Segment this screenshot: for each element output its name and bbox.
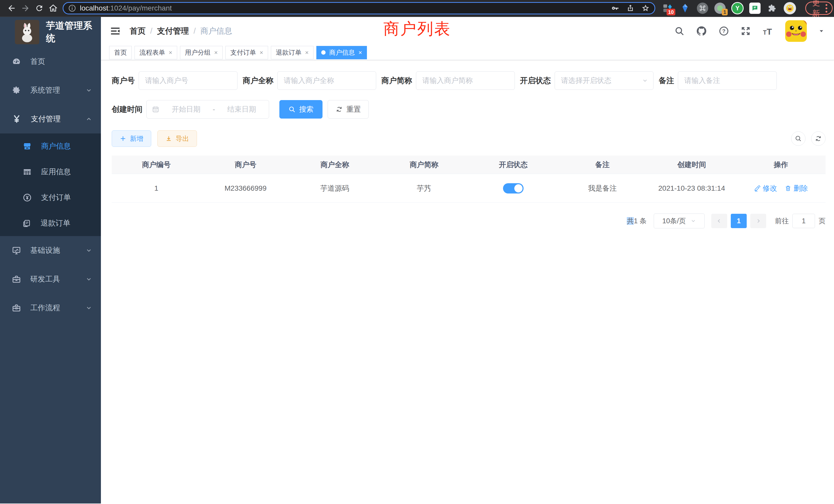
- help-icon[interactable]: ?: [719, 26, 729, 37]
- extension-chat-icon[interactable]: [749, 2, 761, 14]
- sidebar-item-merchant-info[interactable]: 商户信息: [0, 134, 101, 159]
- sidebar-item-pay[interactable]: 支付管理: [0, 105, 101, 134]
- start-date-placeholder[interactable]: 开始日期: [164, 105, 208, 114]
- merchant-name-label: 商户全称: [243, 75, 277, 86]
- sidebar-item-label: 支付管理: [31, 114, 61, 124]
- sidebar-item-pay-order[interactable]: 支付订单: [0, 185, 101, 210]
- back-button[interactable]: [5, 1, 19, 15]
- home-button[interactable]: [46, 1, 60, 15]
- page-unit: 页: [818, 216, 826, 226]
- cell-short-name: 芋艿: [379, 183, 469, 193]
- chevron-down-icon: [86, 87, 92, 94]
- table-row: 1 M233666999 芋道源码 芋艿 我是备注 2021-10-23 08:…: [112, 174, 826, 203]
- cell-remark: 我是备注: [558, 183, 647, 193]
- close-icon[interactable]: ×: [260, 49, 263, 56]
- plus-icon: [120, 135, 126, 142]
- avatar-image: [785, 20, 807, 42]
- toggle-search-button[interactable]: [791, 131, 806, 146]
- operations-row: 新增 导出: [112, 130, 826, 147]
- share-icon[interactable]: [626, 4, 635, 12]
- tags-view: 首页 流程表单× 用户分组× 支付订单× 退款订单× 商户信息×: [101, 45, 834, 60]
- back-arrow-icon: [7, 4, 16, 13]
- short-name-input[interactable]: [416, 71, 515, 90]
- reset-button[interactable]: 重置: [328, 100, 369, 118]
- browser-update-button[interactable]: 更新: [805, 2, 833, 15]
- tag-pay-order[interactable]: 支付订单×: [225, 46, 268, 59]
- extension-command-icon[interactable]: [696, 2, 709, 14]
- pay-submenu: 商户信息 应用信息 支付订单 退款订单: [0, 134, 101, 236]
- refresh-table-button[interactable]: [811, 131, 826, 146]
- logo-row[interactable]: 芋道管理系统: [0, 17, 101, 47]
- edit-icon: [754, 185, 761, 192]
- total-count: 共1 条: [627, 216, 646, 226]
- merchant-no-label: 商户号: [112, 75, 139, 86]
- close-icon[interactable]: ×: [305, 49, 309, 56]
- close-icon[interactable]: ×: [214, 49, 218, 56]
- tag-home[interactable]: 首页: [109, 46, 132, 59]
- reload-button[interactable]: [32, 1, 46, 15]
- merchant-table: 商户编号 商户号 商户全称 商户简称 开启状态 备注 创建时间 操作 1 M23…: [112, 156, 826, 203]
- font-size-icon[interactable]: TT: [762, 26, 774, 36]
- header-search-icon[interactable]: [674, 26, 684, 36]
- sidebar-item-label: 商户信息: [41, 141, 71, 152]
- refresh-icon: [815, 135, 822, 142]
- document-icon: [23, 219, 31, 228]
- github-icon[interactable]: [696, 25, 707, 37]
- breadcrumb-home[interactable]: 首页: [130, 26, 146, 37]
- sidebar-item-home[interactable]: 首页: [0, 47, 101, 76]
- merchant-name-input[interactable]: [277, 71, 376, 90]
- extensions-puzzle-icon[interactable]: [766, 2, 778, 14]
- breadcrumb-pay[interactable]: 支付管理: [157, 26, 189, 37]
- prev-page-button[interactable]: [711, 214, 727, 228]
- extension-status-icon[interactable]: 1: [714, 2, 726, 14]
- page-number-1[interactable]: 1: [731, 214, 747, 228]
- end-date-placeholder[interactable]: 结束日期: [220, 105, 264, 114]
- merchant-no-input[interactable]: [139, 71, 238, 90]
- avatar[interactable]: [785, 20, 807, 42]
- extension-emoji-icon[interactable]: [784, 2, 796, 14]
- close-icon[interactable]: ×: [358, 49, 362, 56]
- close-icon[interactable]: ×: [169, 49, 172, 56]
- remark-input[interactable]: [678, 71, 777, 90]
- shop-icon: [23, 142, 32, 151]
- sidebar-item-devtools[interactable]: 研发工具: [0, 265, 101, 294]
- extension-y-icon[interactable]: Y: [731, 2, 744, 14]
- delete-link[interactable]: 删除: [785, 183, 808, 193]
- sidebar-item-app-info[interactable]: 应用信息: [0, 159, 101, 185]
- export-button[interactable]: 导出: [157, 130, 197, 147]
- date-range-picker[interactable]: 开始日期 - 结束日期: [146, 100, 269, 118]
- status-select[interactable]: 请选择开启状态: [555, 71, 654, 90]
- url-bar[interactable]: localhost:1024/pay/merchant: [63, 2, 655, 14]
- tag-user-group[interactable]: 用户分组×: [180, 46, 223, 59]
- chevron-down-icon: [642, 77, 648, 84]
- tag-process-form[interactable]: 流程表单×: [135, 46, 177, 59]
- info-icon: [68, 4, 76, 12]
- extension-blocker-icon[interactable]: 10: [661, 2, 674, 14]
- active-tag-dot: [321, 50, 326, 55]
- bookmark-star-icon[interactable]: [641, 4, 650, 13]
- sidebar-item-system[interactable]: 系统管理: [0, 76, 101, 105]
- add-button[interactable]: 新增: [112, 130, 151, 147]
- search-button[interactable]: 搜索: [279, 100, 323, 118]
- sidebar-item-workflow[interactable]: 工作流程: [0, 294, 101, 322]
- tag-merchant-info[interactable]: 商户信息×: [316, 46, 367, 59]
- key-icon[interactable]: [611, 4, 620, 13]
- caret-down-icon[interactable]: [818, 28, 825, 35]
- edit-link[interactable]: 修改: [754, 183, 777, 193]
- tag-refund-order[interactable]: 退款订单×: [271, 46, 313, 59]
- sidebar-item-infra[interactable]: 基础设施: [0, 236, 101, 265]
- sidebar-item-label: 研发工具: [30, 274, 60, 284]
- status-toggle[interactable]: [503, 183, 524, 193]
- goto-page-input[interactable]: [792, 214, 815, 228]
- next-page-button[interactable]: [750, 214, 766, 228]
- calendar-icon: [152, 106, 159, 113]
- sidebar-toggle-button[interactable]: [110, 27, 120, 36]
- browser-menu-icon[interactable]: [826, 4, 827, 13]
- sidebar-item-refund-order[interactable]: 退款订单: [0, 210, 101, 236]
- extension-gem-icon[interactable]: [679, 2, 691, 14]
- fullscreen-icon[interactable]: [741, 26, 751, 36]
- forward-button[interactable]: [19, 1, 32, 15]
- chevron-down-icon: [690, 218, 696, 224]
- page-size-select[interactable]: 10条/页: [654, 213, 705, 228]
- sidebar-item-label: 基础设施: [30, 245, 60, 256]
